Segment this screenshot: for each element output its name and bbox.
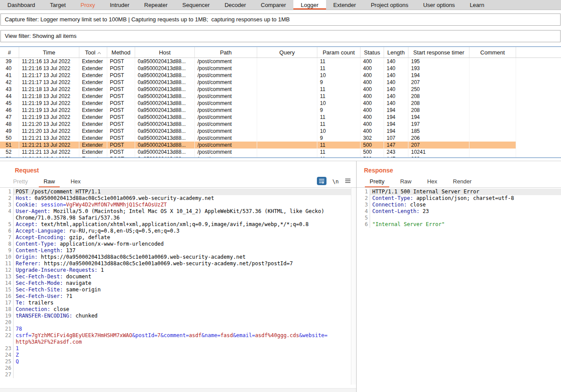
tab-logger[interactable]: Logger [293,0,326,10]
cell-method: POST [107,149,135,155]
cell-time: 11:21:18 13 Jul 2022 [19,86,79,93]
cell-start-response-timer: 206 [408,135,469,142]
response-editor[interactable]: 1HTTP/1.1 500 Internal Server Error2Cont… [357,188,561,392]
log-row[interactable]: 5011:21:21 13 Jul 2022ExtenderPOST0a9500… [0,135,561,142]
column-header-host[interactable]: Host [135,47,195,57]
cell-query [257,149,317,155]
log-row[interactable]: 4011:21:16 13 Jul 2022ExtenderPOST0a9500… [0,65,561,72]
log-table-header: #TimeToolMethodHostPathQueryParam countS… [0,47,561,58]
cell-param-count: 11 [317,142,360,149]
cell-status: 400 [360,100,384,107]
request-vscrollbar[interactable] [351,188,356,385]
log-row[interactable]: 4911:21:20 13 Jul 2022ExtenderPOST0a9500… [0,128,561,135]
cell-start-response-timer: 208 [408,100,469,107]
log-row[interactable]: 4511:21:19 13 Jul 2022ExtenderPOST0a9500… [0,100,561,107]
line-number: 9 [0,247,14,254]
capture-filter-bar[interactable]: Capture filter: Logger memory limit set … [0,14,561,26]
view-filter-bar[interactable]: View filter: Showing all items [0,30,561,42]
request-tab-raw[interactable]: Raw [36,176,63,187]
row-filler [516,142,561,149]
column-header--[interactable]: # [0,47,19,57]
log-row[interactable]: 4411:21:18 13 Jul 2022ExtenderPOST0a9500… [0,93,561,100]
log-row[interactable]: 4711:21:19 13 Jul 2022ExtenderPOST0a9500… [0,114,561,121]
tab-decoder[interactable]: Decoder [217,0,253,10]
response-tab-pretty[interactable]: Pretty [362,176,392,187]
column-header-query[interactable]: Query [257,47,317,57]
log-row[interactable]: 4211:21:17 13 Jul 2022ExtenderPOST0a9500… [0,79,561,86]
column-header-start-response-timer[interactable]: Start response timer [408,47,469,57]
cell-param-count: 10 [317,128,360,135]
response-line: 5 [357,215,561,221]
request-tab-pretty[interactable]: Pretty [5,176,36,187]
line-number: 11 [0,260,14,267]
line-content: Q [14,358,356,365]
cell-tool: Extender [79,149,107,155]
log-row[interactable]: 3911:21:16 13 Jul 2022ExtenderPOST0a9500… [0,58,561,65]
column-header-length[interactable]: Length [384,47,408,57]
request-editor[interactable]: 1POST /post/comment HTTP/1.12Host: 0a950… [0,188,356,388]
log-row[interactable]: 5311:21:22 13 Jul 2022ExtenderPOST0a9500… [0,155,561,158]
tab-project-options[interactable]: Project options [364,0,416,10]
newline-toggle[interactable]: \n [333,179,339,185]
editor-menu-icon[interactable] [345,178,351,185]
request-hscrollbar[interactable] [0,388,356,392]
log-row[interactable]: 5111:21:21 13 Jul 2022ExtenderPOST0a9500… [0,142,561,149]
column-header-comment[interactable]: Comment [469,47,516,57]
cell-comment [469,128,516,135]
request-line: 24Z [0,352,356,358]
cell-param-count: 11 [317,86,360,93]
column-header-status[interactable]: Status [360,47,384,57]
request-line: 10Origin: https://0a9500020413d88ac08c5c… [0,254,356,260]
response-tab-raw[interactable]: Raw [392,176,419,187]
column-header-path[interactable]: Path [195,47,257,57]
log-row[interactable]: 5211:21:21 13 Jul 2022ExtenderPOST0a9500… [0,149,561,155]
column-header-method[interactable]: Method [107,47,135,57]
row-filler [516,86,561,93]
cell-query [257,142,317,149]
request-line: 13Sec-Fetch-Dest: document [0,274,356,280]
line-number: 2 [0,195,14,202]
tab-target[interactable]: Target [43,0,73,10]
cell-time: 11:21:19 13 Jul 2022 [19,114,79,121]
row-filler [516,135,561,142]
column-header-param-count[interactable]: Param count [317,47,360,57]
line-number: 17 [0,300,14,306]
cell-path: /post/comment [195,100,257,107]
request-line: 8Content-Type: application/x-www-form-ur… [0,241,356,247]
tab-intruder[interactable]: Intruder [102,0,137,10]
tab-dashboard[interactable]: Dashboard [0,0,43,10]
log-row[interactable]: 4811:21:20 13 Jul 2022ExtenderPOST0a9500… [0,121,561,128]
row-filler [516,93,561,100]
cell-param-count: 10 [317,100,360,107]
cell-comment [469,114,516,121]
tab-repeater[interactable]: Repeater [137,0,175,10]
line-number: 26 [0,365,14,372]
wrap-lines-icon[interactable] [317,177,326,186]
cell-time: 11:21:21 13 Jul 2022 [19,142,79,149]
tab-learn[interactable]: Learn [462,0,492,10]
log-row[interactable]: 4111:21:17 13 Jul 2022ExtenderPOST0a9500… [0,72,561,79]
response-tab-render[interactable]: Render [445,176,479,187]
column-label: Status [364,49,380,56]
line-content: Cookie: session=VgFWy4D2vMfON7vMNMhjQ1Sc… [14,202,356,208]
cell-path: /post/comment [195,121,257,128]
request-tab-hex[interactable]: Hex [63,176,88,187]
tab-comparer[interactable]: Comparer [253,0,293,10]
cell-path: /post/comment [195,149,257,155]
response-tab-hex[interactable]: Hex [419,176,445,187]
tab-user-options[interactable]: User options [416,0,462,10]
cell-query [257,86,317,93]
log-row[interactable]: 4311:21:18 13 Jul 2022ExtenderPOST0a9500… [0,86,561,93]
line-content [14,319,356,326]
cell-tool: Extender [79,121,107,128]
cell-length: 194 [384,128,408,135]
cell-start-response-timer: 193 [408,65,469,72]
line-content: csrf=7gYzhMCiFvi4gBEyUEEk7HmHSHM7xWAO&po… [14,332,356,345]
cell-time: 11:21:22 13 Jul 2022 [19,155,79,158]
tab-sequencer[interactable]: Sequencer [175,0,217,10]
column-header-tool[interactable]: Tool [79,47,107,57]
log-row[interactable]: 4611:21:19 13 Jul 2022ExtenderPOST0a9500… [0,107,561,114]
tab-proxy[interactable]: Proxy [73,0,102,10]
tab-extender[interactable]: Extender [326,0,364,10]
column-header-time[interactable]: Time [19,47,79,57]
